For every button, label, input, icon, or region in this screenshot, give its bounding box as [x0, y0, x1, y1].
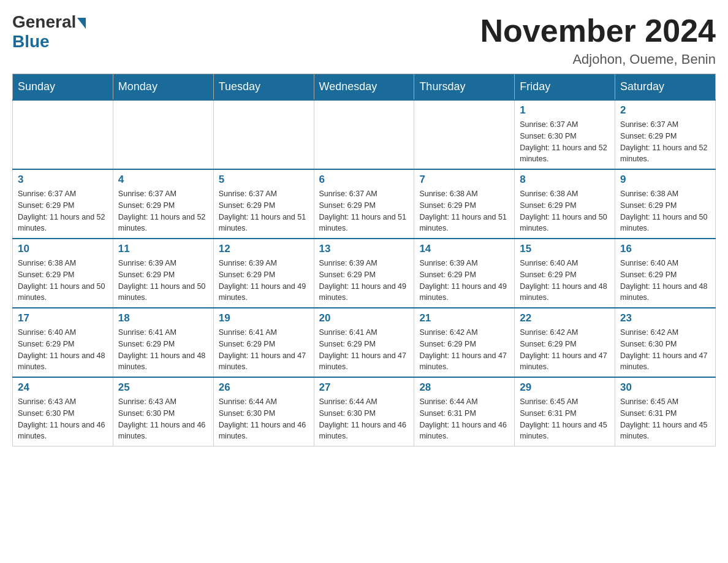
- calendar-cell: 24Sunrise: 6:43 AM Sunset: 6:30 PM Dayli…: [13, 377, 113, 446]
- day-info: Sunrise: 6:38 AM Sunset: 6:29 PM Dayligh…: [18, 258, 108, 304]
- calendar-cell: 13Sunrise: 6:39 AM Sunset: 6:29 PM Dayli…: [314, 239, 414, 308]
- day-info: Sunrise: 6:43 AM Sunset: 6:30 PM Dayligh…: [118, 396, 208, 442]
- calendar-cell: 8Sunrise: 6:38 AM Sunset: 6:29 PM Daylig…: [515, 169, 615, 239]
- calendar-cell: 23Sunrise: 6:42 AM Sunset: 6:30 PM Dayli…: [615, 308, 716, 377]
- day-number: 10: [18, 243, 108, 255]
- calendar-cell: 30Sunrise: 6:45 AM Sunset: 6:31 PM Dayli…: [615, 377, 716, 446]
- calendar-cell: 19Sunrise: 6:41 AM Sunset: 6:29 PM Dayli…: [213, 308, 314, 377]
- day-info: Sunrise: 6:44 AM Sunset: 6:30 PM Dayligh…: [319, 396, 409, 442]
- calendar-week-row: 17Sunrise: 6:40 AM Sunset: 6:29 PM Dayli…: [13, 308, 716, 377]
- day-of-week-header: Tuesday: [213, 74, 314, 101]
- day-info: Sunrise: 6:38 AM Sunset: 6:29 PM Dayligh…: [520, 188, 610, 234]
- calendar-cell: 22Sunrise: 6:42 AM Sunset: 6:29 PM Dayli…: [515, 308, 615, 377]
- calendar-header-row: SundayMondayTuesdayWednesdayThursdayFrid…: [13, 74, 716, 101]
- day-number: 23: [620, 312, 710, 324]
- day-number: 3: [18, 174, 108, 186]
- location-title: Adjohon, Oueme, Benin: [480, 52, 716, 67]
- day-info: Sunrise: 6:42 AM Sunset: 6:29 PM Dayligh…: [520, 327, 610, 373]
- day-info: Sunrise: 6:37 AM Sunset: 6:29 PM Dayligh…: [620, 119, 710, 165]
- day-number: 7: [419, 174, 509, 186]
- calendar-cell: 9Sunrise: 6:38 AM Sunset: 6:29 PM Daylig…: [615, 169, 716, 239]
- day-number: 18: [118, 312, 208, 324]
- day-number: 13: [319, 243, 409, 255]
- day-info: Sunrise: 6:44 AM Sunset: 6:31 PM Dayligh…: [419, 396, 509, 442]
- day-of-week-header: Thursday: [414, 74, 515, 101]
- calendar-week-row: 10Sunrise: 6:38 AM Sunset: 6:29 PM Dayli…: [13, 239, 716, 308]
- day-of-week-header: Saturday: [615, 74, 716, 101]
- calendar-table: SundayMondayTuesdayWednesdayThursdayFrid…: [12, 74, 716, 446]
- day-info: Sunrise: 6:40 AM Sunset: 6:29 PM Dayligh…: [18, 327, 108, 373]
- day-number: 6: [319, 174, 409, 186]
- calendar-cell: 25Sunrise: 6:43 AM Sunset: 6:30 PM Dayli…: [113, 377, 213, 446]
- calendar-cell: [13, 100, 113, 169]
- calendar-cell: 2Sunrise: 6:37 AM Sunset: 6:29 PM Daylig…: [615, 100, 716, 169]
- calendar-cell: 14Sunrise: 6:39 AM Sunset: 6:29 PM Dayli…: [414, 239, 515, 308]
- day-number: 16: [620, 243, 710, 255]
- day-info: Sunrise: 6:37 AM Sunset: 6:29 PM Dayligh…: [18, 188, 108, 234]
- day-info: Sunrise: 6:38 AM Sunset: 6:29 PM Dayligh…: [419, 188, 509, 234]
- calendar-cell: [314, 100, 414, 169]
- day-number: 27: [319, 381, 409, 394]
- calendar-cell: 18Sunrise: 6:41 AM Sunset: 6:29 PM Dayli…: [113, 308, 213, 377]
- day-number: 26: [219, 381, 309, 394]
- day-info: Sunrise: 6:39 AM Sunset: 6:29 PM Dayligh…: [419, 258, 509, 304]
- day-info: Sunrise: 6:39 AM Sunset: 6:29 PM Dayligh…: [118, 258, 208, 304]
- day-info: Sunrise: 6:40 AM Sunset: 6:29 PM Dayligh…: [520, 258, 610, 304]
- day-of-week-header: Sunday: [13, 74, 113, 101]
- calendar-cell: [414, 100, 515, 169]
- logo-arrow-icon: [77, 18, 86, 29]
- calendar-cell: 26Sunrise: 6:44 AM Sunset: 6:30 PM Dayli…: [213, 377, 314, 446]
- calendar-cell: 17Sunrise: 6:40 AM Sunset: 6:29 PM Dayli…: [13, 308, 113, 377]
- day-number: 25: [118, 381, 208, 394]
- calendar-cell: [113, 100, 213, 169]
- title-section: November 2024 Adjohon, Oueme, Benin: [480, 12, 716, 67]
- calendar-cell: 16Sunrise: 6:40 AM Sunset: 6:29 PM Dayli…: [615, 239, 716, 308]
- day-info: Sunrise: 6:45 AM Sunset: 6:31 PM Dayligh…: [620, 396, 710, 442]
- calendar-cell: 11Sunrise: 6:39 AM Sunset: 6:29 PM Dayli…: [113, 239, 213, 308]
- day-number: 30: [620, 381, 710, 394]
- calendar-cell: 5Sunrise: 6:37 AM Sunset: 6:29 PM Daylig…: [213, 169, 314, 239]
- calendar-cell: 15Sunrise: 6:40 AM Sunset: 6:29 PM Dayli…: [515, 239, 615, 308]
- day-of-week-header: Friday: [515, 74, 615, 101]
- day-info: Sunrise: 6:37 AM Sunset: 6:29 PM Dayligh…: [319, 188, 409, 234]
- logo-blue-text: Blue: [12, 32, 50, 52]
- day-number: 12: [219, 243, 309, 255]
- day-info: Sunrise: 6:37 AM Sunset: 6:30 PM Dayligh…: [520, 119, 610, 165]
- day-number: 22: [520, 312, 610, 324]
- calendar-cell: 20Sunrise: 6:41 AM Sunset: 6:29 PM Dayli…: [314, 308, 414, 377]
- day-number: 24: [18, 381, 108, 394]
- day-info: Sunrise: 6:39 AM Sunset: 6:29 PM Dayligh…: [219, 258, 309, 304]
- day-info: Sunrise: 6:44 AM Sunset: 6:30 PM Dayligh…: [219, 396, 309, 442]
- day-info: Sunrise: 6:38 AM Sunset: 6:29 PM Dayligh…: [620, 188, 710, 234]
- day-number: 29: [520, 381, 610, 394]
- calendar-cell: 10Sunrise: 6:38 AM Sunset: 6:29 PM Dayli…: [13, 239, 113, 308]
- day-info: Sunrise: 6:45 AM Sunset: 6:31 PM Dayligh…: [520, 396, 610, 442]
- day-number: 4: [118, 174, 208, 186]
- day-number: 14: [419, 243, 509, 255]
- logo-general-text: General: [12, 12, 76, 32]
- day-of-week-header: Wednesday: [314, 74, 414, 101]
- calendar-cell: 3Sunrise: 6:37 AM Sunset: 6:29 PM Daylig…: [13, 169, 113, 239]
- calendar-cell: 6Sunrise: 6:37 AM Sunset: 6:29 PM Daylig…: [314, 169, 414, 239]
- calendar-cell: 27Sunrise: 6:44 AM Sunset: 6:30 PM Dayli…: [314, 377, 414, 446]
- calendar-cell: 29Sunrise: 6:45 AM Sunset: 6:31 PM Dayli…: [515, 377, 615, 446]
- calendar-week-row: 3Sunrise: 6:37 AM Sunset: 6:29 PM Daylig…: [13, 169, 716, 239]
- day-info: Sunrise: 6:37 AM Sunset: 6:29 PM Dayligh…: [219, 188, 309, 234]
- calendar-cell: 1Sunrise: 6:37 AM Sunset: 6:30 PM Daylig…: [515, 100, 615, 169]
- day-number: 17: [18, 312, 108, 324]
- day-number: 11: [118, 243, 208, 255]
- day-info: Sunrise: 6:42 AM Sunset: 6:29 PM Dayligh…: [419, 327, 509, 373]
- day-info: Sunrise: 6:40 AM Sunset: 6:29 PM Dayligh…: [620, 258, 710, 304]
- day-number: 9: [620, 174, 710, 186]
- day-number: 2: [620, 104, 710, 117]
- page-header: General Blue November 2024 Adjohon, Ouem…: [12, 12, 716, 67]
- day-info: Sunrise: 6:39 AM Sunset: 6:29 PM Dayligh…: [319, 258, 409, 304]
- day-info: Sunrise: 6:37 AM Sunset: 6:29 PM Dayligh…: [118, 188, 208, 234]
- day-number: 28: [419, 381, 509, 394]
- calendar-cell: 21Sunrise: 6:42 AM Sunset: 6:29 PM Dayli…: [414, 308, 515, 377]
- day-number: 8: [520, 174, 610, 186]
- day-number: 5: [219, 174, 309, 186]
- day-info: Sunrise: 6:41 AM Sunset: 6:29 PM Dayligh…: [319, 327, 409, 373]
- day-number: 1: [520, 104, 610, 117]
- logo: General Blue: [12, 12, 86, 52]
